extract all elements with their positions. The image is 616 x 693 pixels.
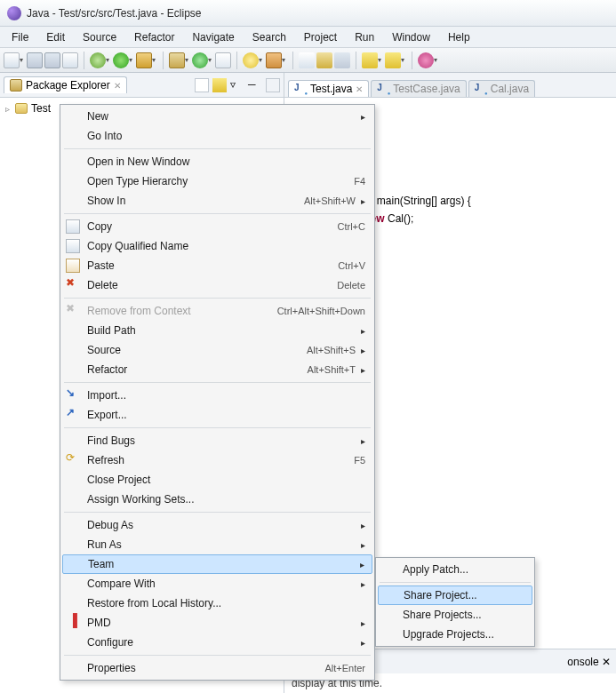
package-explorer-tab[interactable]: Package Explorer ✕ [4, 76, 127, 93]
link-editor-button[interactable] [212, 78, 227, 92]
project-icon [15, 103, 28, 114]
fwd-dropdown[interactable] [401, 52, 406, 68]
console-tab[interactable]: onsole ✕ [567, 656, 611, 668]
ctx-team[interactable]: Team▸ [62, 554, 372, 574]
refresh-icon [66, 453, 80, 467]
menu-navigate[interactable]: Navigate [184, 29, 242, 45]
ctx-configure[interactable]: Configure▸ [62, 633, 372, 652]
ctx-copy-qualified[interactable]: Copy Qualified Name [62, 236, 372, 256]
ctx-properties[interactable]: PropertiesAlt+Enter [62, 658, 372, 678]
ctx-go-into[interactable]: Go Into [62, 126, 372, 146]
ctx-refresh[interactable]: RefreshF5 [62, 450, 372, 470]
view-menu-button[interactable]: ▿ [230, 78, 244, 92]
annot-button[interactable] [266, 52, 282, 68]
saveall-button[interactable] [44, 52, 60, 68]
ctx-export[interactable]: Export... [62, 405, 372, 425]
new-class-button[interactable] [192, 52, 208, 68]
menu-run[interactable]: Run [347, 29, 382, 45]
new-class-dropdown[interactable] [208, 52, 213, 68]
findbugs-dropdown[interactable] [434, 52, 439, 68]
ctx-open-new-window[interactable]: Open in New Window [62, 152, 372, 171]
ctx-find-bugs[interactable]: Find Bugs▸ [62, 431, 372, 450]
menu-search[interactable]: Search [244, 29, 294, 45]
ctx-close-project[interactable]: Close Project [62, 470, 372, 490]
new-pkg-button[interactable] [169, 52, 185, 68]
tab-label: Test.java [310, 83, 352, 95]
ctx-compare-with[interactable]: Compare With▸ [62, 574, 372, 593]
tab-label: Cal.java [491, 83, 529, 95]
save-button[interactable] [27, 52, 43, 68]
ctx-assign-working-sets[interactable]: Assign Working Sets... [62, 490, 372, 509]
package-icon [10, 79, 22, 92]
menu-refactor[interactable]: Refactor [126, 29, 182, 45]
submenu-share-project[interactable]: Share Project... [378, 585, 532, 605]
ctx-show-in[interactable]: Show InAlt+Shift+W▸ [62, 191, 372, 211]
ctx-open-type-hierarchy[interactable]: Open Type HierarchyF4 [62, 171, 372, 191]
search-button[interactable] [243, 52, 259, 68]
open-type-button[interactable] [215, 52, 231, 68]
menu-project[interactable]: Project [296, 29, 345, 45]
ctx-pmd[interactable]: PMD▸ [62, 613, 372, 633]
ctx-restore-history[interactable]: Restore from Local History... [62, 593, 372, 613]
submenu-upgrade-projects[interactable]: Upgrade Projects... [378, 625, 532, 644]
pin-button[interactable] [299, 52, 315, 68]
editor-tab-test[interactable]: Test.java ✕ [288, 80, 369, 97]
toggle-button[interactable] [334, 52, 350, 68]
fwd-button[interactable] [385, 52, 401, 68]
editor-tabs: Test.java ✕ TestCase.java Cal.java [284, 73, 616, 98]
pmd-icon [66, 616, 80, 630]
run-button[interactable] [113, 52, 129, 68]
close-icon[interactable]: ✕ [602, 656, 611, 668]
new-dropdown[interactable] [20, 52, 25, 68]
new-button[interactable] [4, 52, 20, 68]
wand-button[interactable] [316, 52, 332, 68]
ctx-paste[interactable]: PasteCtrl+V [62, 256, 372, 275]
java-file-icon [475, 83, 487, 95]
back-dropdown[interactable] [378, 52, 383, 68]
collapse-all-button[interactable] [195, 78, 209, 92]
close-icon[interactable]: ✕ [356, 84, 363, 94]
submenu-share-projects[interactable]: Share Projects... [378, 605, 532, 625]
print-button[interactable] [62, 52, 78, 68]
menu-edit[interactable]: Edit [38, 29, 73, 45]
ctx-delete[interactable]: DeleteDelete [62, 275, 372, 295]
maximize-button[interactable] [266, 78, 280, 92]
menu-help[interactable]: Help [440, 29, 478, 45]
ctx-debug-as[interactable]: Debug As▸ [62, 515, 372, 535]
menu-source[interactable]: Source [75, 29, 124, 45]
editor-tab-testcase[interactable]: TestCase.java [371, 80, 466, 97]
annot-dropdown[interactable] [282, 52, 287, 68]
menu-window[interactable]: Window [384, 29, 438, 45]
close-icon[interactable]: ✕ [114, 81, 121, 91]
java-file-icon [377, 83, 389, 95]
ctx-new[interactable]: New▸ [62, 107, 372, 126]
ctx-copy[interactable]: CopyCtrl+C [62, 217, 372, 236]
ctx-refactor[interactable]: RefactorAlt+Shift+T▸ [62, 360, 372, 379]
submenu-apply-patch[interactable]: Apply Patch... [378, 560, 532, 579]
findbugs-button[interactable] [418, 52, 434, 68]
team-submenu: Apply Patch... Share Project... Share Pr… [375, 557, 535, 647]
run-dropdown[interactable] [129, 52, 134, 68]
new-pkg-dropdown[interactable] [185, 52, 190, 68]
ctx-run-as[interactable]: Run As▸ [62, 535, 372, 554]
tab-label: TestCase.java [393, 83, 460, 95]
main-toolbar [0, 48, 616, 73]
remove-icon [66, 304, 80, 318]
ctx-build-path[interactable]: Build Path▸ [62, 321, 372, 340]
package-explorer-title: Package Explorer [26, 79, 110, 92]
debug-dropdown[interactable] [106, 52, 111, 68]
ext-tools-button[interactable] [136, 52, 152, 68]
editor-tab-cal[interactable]: Cal.java [468, 80, 535, 97]
search-dropdown[interactable] [259, 52, 264, 68]
menubar: File Edit Source Refactor Navigate Searc… [0, 27, 616, 48]
project-label: Test [31, 102, 51, 115]
minimize-button[interactable]: ─ [248, 78, 262, 92]
package-explorer-header: Package Explorer ✕ ▿ ─ [0, 73, 284, 98]
ctx-import[interactable]: Import... [62, 386, 372, 405]
window-title: Java - Test/src/src/Test.java - Eclipse [27, 7, 202, 20]
menu-file[interactable]: File [4, 29, 36, 45]
ctx-source[interactable]: SourceAlt+Shift+S▸ [62, 340, 372, 360]
debug-button[interactable] [90, 52, 106, 68]
back-button[interactable] [362, 52, 378, 68]
ext-tools-dropdown[interactable] [152, 52, 157, 68]
